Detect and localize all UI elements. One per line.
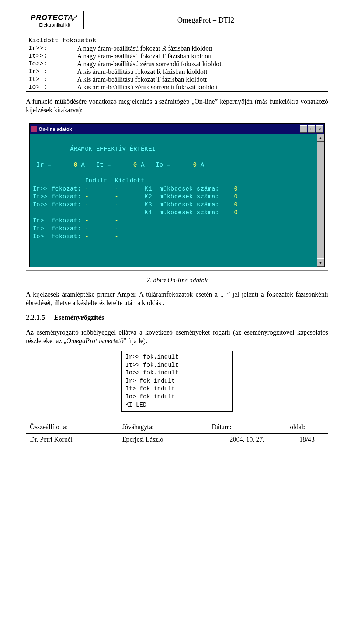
minimize-button[interactable]: _ bbox=[300, 125, 307, 133]
def-label: Io> : bbox=[26, 83, 75, 92]
def-label: Io>>: bbox=[26, 60, 75, 68]
table-row: Ir> :A kis áram-beállítású fokozat R fáz… bbox=[26, 68, 328, 76]
brand-name: PROTECTA bbox=[31, 13, 74, 21]
def-desc: A kis áram-beállítású zérus sorrendű fok… bbox=[75, 83, 328, 92]
close-button[interactable]: × bbox=[316, 125, 323, 133]
table-row: Ir>>:A nagy áram-beállítású fokozat R fá… bbox=[26, 45, 328, 52]
scroll-up-icon[interactable]: ▲ bbox=[317, 134, 324, 142]
table-row: It>>:A nagy áram-beállítású fokozat T fá… bbox=[26, 52, 328, 60]
para3-italic: OmegaProt ismertető bbox=[66, 337, 124, 345]
def-table-head: Kioldott fokozatok bbox=[26, 37, 328, 45]
table-row: Io>>:A nagy áram-beállítású zérus sorren… bbox=[26, 60, 328, 68]
def-desc: A nagy áram-beállítású fokozat R fázisba… bbox=[75, 45, 328, 52]
footer-table: Összeállította: Jóváhagyta: Dátum: oldal… bbox=[26, 421, 328, 446]
page-title: OmegaProt – DTI2 bbox=[84, 11, 328, 29]
paragraph-events: Az eseményrögzítő időbélyeggel ellátva a… bbox=[26, 328, 328, 345]
para3-b: ” írja le). bbox=[124, 337, 147, 345]
online-window: On-line adatok _ □ × ▲ ▼ ÁRAMOK EFFEKTÍV… bbox=[29, 123, 325, 267]
page-header: PROTECTA Elektronikai kft OmegaProt – DT… bbox=[26, 11, 328, 29]
def-label: It> : bbox=[26, 76, 75, 83]
window-body: ▲ ▼ ÁRAMOK EFFEKTÍV ÉRTÉKEI Ir = 0 A It … bbox=[30, 134, 324, 267]
stage-definitions-table: Kioldott fokozatok Ir>>:A nagy áram-beál… bbox=[26, 37, 328, 92]
def-desc: A nagy áram-beállítású zérus sorrendű fo… bbox=[75, 60, 328, 68]
figure-caption: 7. ábra On-line adatok bbox=[26, 277, 328, 284]
app-icon bbox=[31, 126, 37, 132]
footer-h-page: oldal: bbox=[286, 421, 328, 434]
footer-v-date: 2004. 10. 27. bbox=[208, 434, 286, 446]
footer-v-page: 18/43 bbox=[286, 434, 328, 446]
window-title: On-line adatok bbox=[39, 126, 72, 132]
section-heading: 2.2.1.5 Eseményrögzítés bbox=[26, 314, 328, 322]
section-number: 2.2.1.5 bbox=[26, 314, 45, 322]
def-desc: A nagy áram-beállítású fokozat T fázisba… bbox=[75, 52, 328, 60]
event-list-box: Ir>> fok.indult It>> fok.indult Io>> fok… bbox=[121, 351, 233, 412]
footer-v-author: Dr. Petri Kornél bbox=[26, 434, 118, 446]
scroll-down-icon[interactable]: ▼ bbox=[317, 258, 324, 267]
def-label: It>>: bbox=[26, 52, 75, 60]
scrollbar[interactable]: ▲ ▼ bbox=[317, 134, 324, 267]
def-desc: A kis áram-beállítású fokozat R fázisban… bbox=[75, 68, 328, 76]
window-titlebar[interactable]: On-line adatok _ □ × bbox=[30, 124, 324, 134]
maximize-button[interactable]: □ bbox=[308, 125, 315, 133]
terminal-content: ÁRAMOK EFFEKTÍV ÉRTÉKEI Ir = 0 A It = 0 … bbox=[33, 137, 318, 241]
footer-h-date: Dátum: bbox=[208, 421, 286, 434]
def-label: Ir>>: bbox=[26, 45, 75, 52]
paragraph-explain: A kijelzések áramléptéke primer Amper. A… bbox=[26, 290, 328, 307]
def-label: Ir> : bbox=[26, 68, 75, 76]
def-desc: A kis áram-beállítású fokozat T fázisban… bbox=[75, 76, 328, 83]
section-title: Eseményrögzítés bbox=[54, 314, 104, 322]
paragraph-intro: A funkció működésére vonatkozó megjelení… bbox=[26, 97, 328, 114]
arrow-icon bbox=[72, 14, 79, 21]
footer-v-approved: Eperjesi László bbox=[118, 434, 208, 446]
footer-h-approved: Jóváhagyta: bbox=[118, 421, 208, 434]
online-window-frame: On-line adatok _ □ × ▲ ▼ ÁRAMOK EFFEKTÍV… bbox=[26, 120, 328, 271]
brand-sub: Elektronikai kft bbox=[34, 22, 76, 27]
table-row: Io> :A kis áram-beállítású zérus sorrend… bbox=[26, 83, 328, 92]
brand-box: PROTECTA Elektronikai kft bbox=[26, 11, 84, 29]
table-row: It> :A kis áram-beállítású fokozat T fáz… bbox=[26, 76, 328, 83]
footer-h-author: Összeállította: bbox=[26, 421, 118, 434]
